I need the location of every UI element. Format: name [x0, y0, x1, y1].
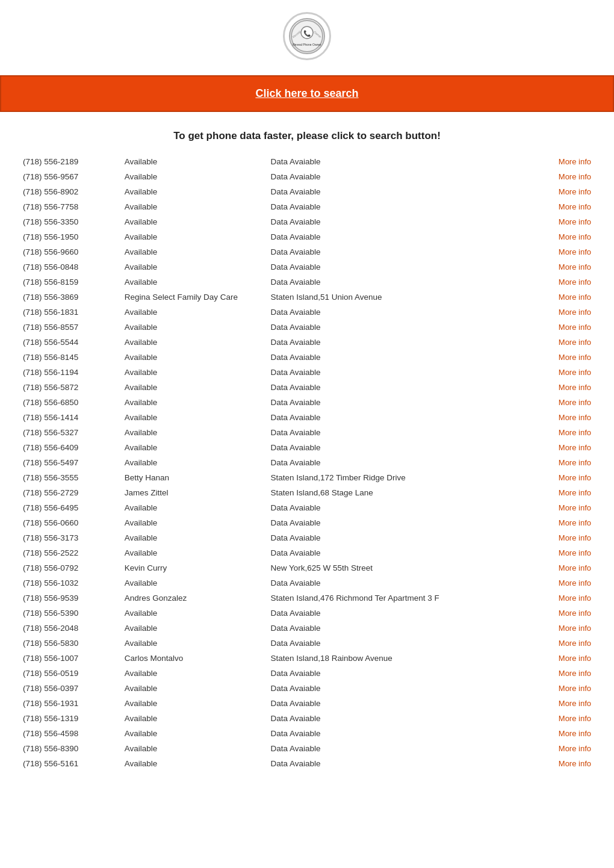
- name-cell: Available: [120, 184, 266, 199]
- phone-cell: (718) 556-5390: [18, 606, 120, 621]
- more-info-link[interactable]: More info: [559, 383, 591, 392]
- more-info-link[interactable]: More info: [559, 308, 591, 317]
- more-info-cell: More info: [532, 365, 596, 380]
- table-row: (718) 556-1194AvailableData AvaiableMore…: [18, 365, 596, 380]
- table-row: (718) 556-3555Betty HananStaten Island,1…: [18, 470, 596, 485]
- more-info-cell: More info: [532, 726, 596, 741]
- name-cell: Available: [120, 621, 266, 636]
- table-row: (718) 556-2729James ZittelStaten Island,…: [18, 485, 596, 500]
- name-cell: Available: [120, 726, 266, 741]
- more-info-link[interactable]: More info: [559, 413, 591, 422]
- more-info-link[interactable]: More info: [559, 202, 591, 211]
- more-info-link[interactable]: More info: [559, 669, 591, 678]
- name-cell: Available: [120, 696, 266, 711]
- more-info-link[interactable]: More info: [559, 232, 591, 241]
- phone-cell: (718) 556-6850: [18, 395, 120, 410]
- phone-cell: (718) 556-3173: [18, 530, 120, 545]
- phone-cell: (718) 556-2189: [18, 154, 120, 169]
- more-info-link[interactable]: More info: [559, 172, 591, 181]
- more-info-link[interactable]: More info: [559, 503, 591, 512]
- more-info-link[interactable]: More info: [559, 458, 591, 467]
- more-info-link[interactable]: More info: [559, 699, 591, 708]
- more-info-link[interactable]: More info: [559, 398, 591, 407]
- more-info-cell: More info: [532, 290, 596, 305]
- address-cell: Data Avaiable: [265, 741, 532, 756]
- address-cell: Data Avaiable: [265, 500, 532, 515]
- name-cell: Available: [120, 741, 266, 756]
- more-info-link[interactable]: More info: [559, 714, 591, 723]
- address-cell: Data Avaiable: [265, 184, 532, 199]
- address-cell: Data Avaiable: [265, 305, 532, 320]
- more-info-cell: More info: [532, 455, 596, 470]
- more-info-cell: More info: [532, 380, 596, 395]
- more-info-link[interactable]: More info: [559, 247, 591, 256]
- more-info-link[interactable]: More info: [559, 684, 591, 693]
- table-row: (718) 556-5390AvailableData AvaiableMore…: [18, 606, 596, 621]
- logo: 📞 Reveal Phone Owner Reveal Owner: [283, 12, 331, 60]
- table-row: (718) 556-8557AvailableData AvaiableMore…: [18, 320, 596, 335]
- address-cell: Staten Island,18 Rainbow Avenue: [265, 651, 532, 666]
- more-info-link[interactable]: More info: [559, 488, 591, 497]
- more-info-link[interactable]: More info: [559, 759, 591, 768]
- more-info-link[interactable]: More info: [559, 563, 591, 572]
- more-info-cell: More info: [532, 274, 596, 290]
- table-row: (718) 556-0397AvailableData AvaiableMore…: [18, 681, 596, 696]
- more-info-link[interactable]: More info: [559, 157, 591, 166]
- more-info-link[interactable]: More info: [559, 338, 591, 347]
- name-cell: Available: [120, 320, 266, 335]
- more-info-link[interactable]: More info: [559, 654, 591, 663]
- more-info-cell: More info: [532, 636, 596, 651]
- more-info-cell: More info: [532, 741, 596, 756]
- more-info-link[interactable]: More info: [559, 187, 591, 196]
- more-info-link[interactable]: More info: [559, 548, 591, 557]
- table-row: (718) 556-1831AvailableData AvaiableMore…: [18, 305, 596, 320]
- table-row: (718) 556-0848AvailableData AvaiableMore…: [18, 259, 596, 274]
- more-info-link[interactable]: More info: [559, 473, 591, 482]
- more-info-link[interactable]: More info: [559, 368, 591, 377]
- more-info-link[interactable]: More info: [559, 293, 591, 302]
- more-info-cell: More info: [532, 335, 596, 350]
- name-cell: Available: [120, 575, 266, 591]
- phone-cell: (718) 556-2048: [18, 621, 120, 636]
- instruction-text: To get phone data faster, please click t…: [0, 130, 614, 142]
- more-info-link[interactable]: More info: [559, 533, 591, 542]
- address-cell: Data Avaiable: [265, 575, 532, 591]
- table-row: (718) 556-9567AvailableData AvaiableMore…: [18, 169, 596, 184]
- more-info-link[interactable]: More info: [559, 262, 591, 271]
- more-info-link[interactable]: More info: [559, 428, 591, 437]
- search-banner-link[interactable]: Click here to search: [255, 87, 358, 99]
- table-row: (718) 556-2189AvailableData AvaiableMore…: [18, 154, 596, 169]
- more-info-link[interactable]: More info: [559, 277, 591, 287]
- more-info-link[interactable]: More info: [559, 443, 591, 452]
- table-row: (718) 556-2048AvailableData AvaiableMore…: [18, 621, 596, 636]
- more-info-link[interactable]: More info: [559, 217, 591, 226]
- phone-cell: (718) 556-5497: [18, 455, 120, 470]
- more-info-link[interactable]: More info: [559, 594, 591, 603]
- more-info-link[interactable]: More info: [559, 323, 591, 332]
- table-row: (718) 556-1032AvailableData AvaiableMore…: [18, 575, 596, 591]
- more-info-cell: More info: [532, 545, 596, 560]
- phone-cell: (718) 556-1414: [18, 410, 120, 425]
- phone-cell: (718) 556-3555: [18, 470, 120, 485]
- more-info-link[interactable]: More info: [559, 518, 591, 527]
- phone-cell: (718) 556-1032: [18, 575, 120, 591]
- more-info-link[interactable]: More info: [559, 729, 591, 738]
- phone-cell: (718) 556-1194: [18, 365, 120, 380]
- search-banner[interactable]: Click here to search: [0, 75, 614, 112]
- more-info-link[interactable]: More info: [559, 353, 591, 362]
- address-cell: Data Avaiable: [265, 244, 532, 259]
- address-cell: Data Avaiable: [265, 154, 532, 169]
- address-cell: Data Avaiable: [265, 515, 532, 530]
- name-cell: Betty Hanan: [120, 470, 266, 485]
- more-info-cell: More info: [532, 621, 596, 636]
- table-row: (718) 556-9660AvailableData AvaiableMore…: [18, 244, 596, 259]
- phone-data-table: (718) 556-2189AvailableData AvaiableMore…: [18, 154, 596, 771]
- name-cell: Available: [120, 606, 266, 621]
- more-info-link[interactable]: More info: [559, 578, 591, 587]
- address-cell: Data Avaiable: [265, 636, 532, 651]
- name-cell: Available: [120, 530, 266, 545]
- more-info-link[interactable]: More info: [559, 624, 591, 633]
- more-info-link[interactable]: More info: [559, 744, 591, 753]
- more-info-link[interactable]: More info: [559, 609, 591, 618]
- more-info-link[interactable]: More info: [559, 639, 591, 648]
